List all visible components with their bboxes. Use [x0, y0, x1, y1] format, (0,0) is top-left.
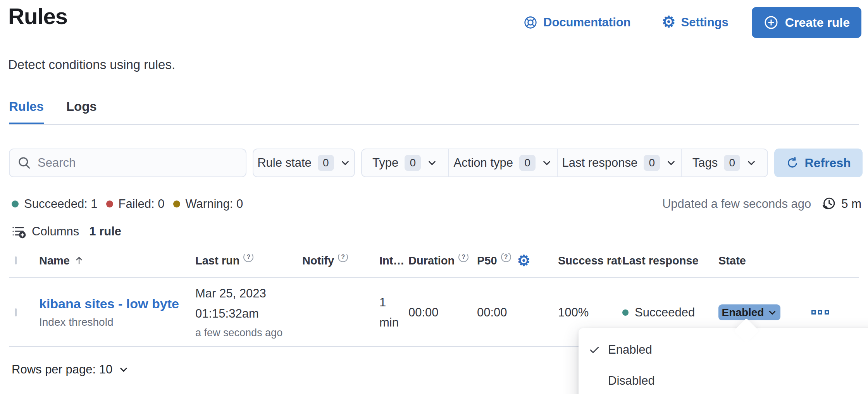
- duration-cell: 00:00: [408, 306, 477, 320]
- state-cell: Enabled: [718, 304, 806, 320]
- time-refresh-icon: [820, 196, 837, 212]
- interval-value: 1 min: [379, 292, 399, 333]
- filter-type-label: Type: [372, 156, 398, 170]
- status-failed: Failed: 0: [106, 197, 165, 211]
- chevron-down-icon: [119, 365, 129, 375]
- filter-group: Type 0 Action type 0 Last response 0 Tag…: [361, 149, 768, 177]
- column-header-last-response: Last response: [622, 254, 718, 267]
- chevron-down-icon: [768, 308, 777, 317]
- life-ring-icon: [523, 15, 538, 30]
- refresh-interval-button[interactable]: 5 m: [820, 196, 861, 212]
- search-input[interactable]: [38, 156, 238, 170]
- state-badge-label: Enabled: [722, 306, 764, 319]
- filter-tags[interactable]: Tags 0: [681, 149, 768, 176]
- state-option-label: Enabled: [608, 343, 652, 357]
- p50-cell: 00:00: [477, 306, 558, 320]
- tab-logs[interactable]: Logs: [66, 99, 97, 125]
- documentation-link[interactable]: Documentation: [523, 15, 631, 30]
- p50-settings-gear-icon[interactable]: ⚙: [517, 253, 530, 268]
- status-succeeded-label: Succeeded: 1: [24, 197, 98, 211]
- filter-rule-state-count: 0: [318, 155, 334, 171]
- column-header-last-run: Last run ?: [195, 254, 302, 267]
- filter-type[interactable]: Type 0: [362, 149, 448, 176]
- page-subtitle: Detect conditions using rules.: [8, 57, 175, 72]
- column-header-notify: Notify ?: [302, 254, 379, 267]
- column-header-interval: Int…: [379, 254, 408, 267]
- boxes-horizontal-icon: [811, 310, 816, 315]
- column-header-p50: P50 ? ⚙: [477, 253, 558, 268]
- columns-icon: [12, 224, 26, 239]
- status-failed-label: Failed: 0: [119, 197, 165, 211]
- interval-cell: 1 min: [379, 292, 408, 333]
- filter-action-type-label: Action type: [454, 156, 513, 170]
- table-header: Name Last run ? Notify ? Int… Duration ?…: [9, 244, 859, 278]
- settings-label: Settings: [681, 16, 728, 29]
- select-all-checkbox[interactable]: [15, 256, 17, 264]
- refresh-icon: [786, 157, 799, 169]
- last-run-cell: Mar 25, 2023 01:15:32am a few seconds ag…: [195, 283, 302, 342]
- filter-last-response[interactable]: Last response 0: [557, 149, 681, 176]
- toolbar: Rule state 0 Type 0 Action type 0 Last r…: [9, 149, 863, 177]
- header-actions: Documentation ⚙ Settings Create rule: [523, 7, 861, 38]
- rule-type: Index threshold: [39, 316, 195, 328]
- tabs: Rules Logs: [9, 99, 97, 125]
- status-warning: Warning: 0: [173, 197, 243, 211]
- state-badge[interactable]: Enabled: [718, 304, 780, 320]
- filter-action-type[interactable]: Action type 0: [448, 149, 557, 176]
- failed-dot-icon: [106, 200, 113, 207]
- help-icon: ?: [338, 254, 348, 263]
- page-title: Rules: [8, 3, 67, 29]
- create-rule-label: Create rule: [785, 16, 850, 30]
- last-response-value: Succeeded: [635, 306, 695, 320]
- plus-circle-icon: [763, 15, 779, 30]
- success-rate-cell: 100%: [558, 306, 622, 320]
- row-actions-button[interactable]: [811, 310, 859, 315]
- chevron-down-icon: [666, 158, 676, 168]
- warning-dot-icon: [173, 200, 180, 207]
- status-succeeded: Succeeded: 1: [12, 197, 98, 211]
- filter-rule-state-label: Rule state: [257, 156, 312, 170]
- help-icon: ?: [458, 254, 468, 263]
- gear-icon: ⚙: [662, 14, 676, 29]
- chevron-down-icon: [746, 158, 756, 168]
- row-checkbox[interactable]: [15, 308, 17, 316]
- columns-button[interactable]: Columns: [12, 224, 79, 239]
- column-header-state: State: [718, 254, 806, 267]
- table-meta-row: Columns 1 rule: [12, 224, 121, 239]
- settings-link[interactable]: ⚙ Settings: [662, 15, 728, 30]
- chevron-down-icon: [340, 158, 350, 168]
- rule-name-cell: kibana sites - low byte Index threshold: [39, 296, 195, 328]
- last-run-date: Mar 25, 2023: [195, 283, 302, 304]
- rows-per-page-button[interactable]: Rows per page: 10: [12, 363, 129, 377]
- columns-label: Columns: [32, 225, 79, 238]
- filter-action-type-count: 0: [519, 155, 536, 171]
- state-option-label: Disabled: [608, 374, 655, 388]
- refresh-interval-label: 5 m: [841, 197, 861, 211]
- rows-per-page-label: Rows per page: 10: [12, 363, 112, 377]
- rule-count: 1 rule: [89, 225, 121, 238]
- documentation-label: Documentation: [543, 16, 631, 29]
- last-response-cell: Succeeded: [622, 306, 718, 320]
- rules-page: Rules Documentation ⚙ Settings Create ru…: [0, 0, 868, 394]
- create-rule-button[interactable]: Create rule: [752, 7, 861, 38]
- filter-rule-state[interactable]: Rule state 0: [253, 149, 355, 177]
- status-warning-label: Warning: 0: [186, 197, 243, 211]
- state-menu-item-disabled[interactable]: Disabled: [579, 365, 868, 394]
- refresh-button[interactable]: Refresh: [774, 149, 863, 177]
- tab-rules[interactable]: Rules: [9, 99, 44, 125]
- last-run-relative: a few seconds ago: [195, 324, 302, 342]
- filter-last-response-label: Last response: [562, 156, 638, 170]
- state-menu-item-enabled[interactable]: Enabled: [579, 334, 868, 365]
- updated-text: Updated a few seconds ago: [662, 197, 811, 211]
- rule-name-link[interactable]: kibana sites - low byte: [39, 296, 183, 311]
- help-icon: ?: [243, 254, 253, 263]
- help-icon: ?: [501, 253, 511, 262]
- column-header-name[interactable]: Name: [39, 254, 195, 267]
- check-icon: [588, 343, 601, 356]
- column-header-duration: Duration ?: [408, 254, 477, 267]
- status-bar: Succeeded: 1 Failed: 0 Warning: 0 Update…: [12, 196, 861, 212]
- filter-type-count: 0: [405, 155, 421, 171]
- last-run-time: 01:15:32am: [195, 304, 302, 324]
- succeeded-dot-icon: [622, 309, 629, 316]
- refresh-label: Refresh: [805, 156, 851, 170]
